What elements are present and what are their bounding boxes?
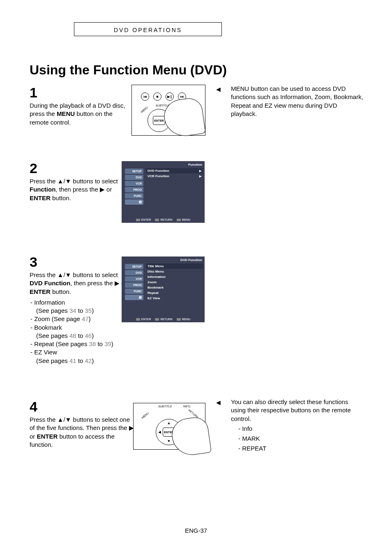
step-4-number: 4 [30,399,136,415]
osd2-title: Function [122,161,205,167]
subtitle-label: SUBTITLE [158,405,172,408]
list-item: - Zoom (See page 47) [30,315,132,323]
osd2-row-1: VCR Function▶ [146,173,203,179]
osd3-row-2: Information [146,274,203,280]
play-pause-icon: ▶|| [166,92,174,101]
osd3-row-6: EZ View [146,296,203,301]
up-arrow-icon: ▲ [167,421,171,425]
note-2: ◀ You can also directly select these fun… [222,398,364,453]
step-2-number: 2 [30,160,132,176]
note-2-item-1: - MARK [238,435,364,443]
list-subitem: (See pages 48 to 46) [36,332,132,340]
side-vcr: VCR [125,276,143,282]
list-item: - Bookmark [30,324,132,332]
step-4-text: Press the ▲/▼ buttons to select one of t… [30,416,136,449]
side-setup: SETUP [125,264,143,269]
osd3-row-1: Disc Menu [146,269,203,274]
step-3-list: - Information (See pages 34 to 35) - Zoo… [30,298,132,365]
osd3-row-0: Title Menu [146,263,203,269]
remote-illustration-2: SUBTITLE INFO. MENU RETURN ▲ ▼ ◀ ▶ ENTER [133,403,205,450]
header-text-a: DVD O [114,27,138,33]
osd-dvd-function-menu: DVD Function SETUP DVD VCR PROG FUNC Tit… [122,257,205,322]
osd-function-menu: Function SETUP DVD VCR PROG FUNC DVD Fun… [122,161,205,223]
step-1-number: 1 [30,85,132,101]
menu-label: MENU [140,106,148,113]
list-item: - EZ View [30,348,132,356]
osd3-row-5: Repeat [146,290,203,296]
list-subitem: (See pages 34 to 35) [36,307,132,315]
header-text-b: PERATIONS [138,27,182,33]
step-3-number: 3 [30,254,132,270]
side-func: FUNC [125,289,143,294]
osd-sidebar: SETUP DVD VCR PROG FUNC [122,167,144,217]
page-number: ENG-37 [0,527,392,534]
side-func: FUNC [125,193,143,199]
info-label: INFO. [183,405,191,408]
list-subitem: (See pages 41 to 42) [36,357,132,365]
step-3: 3 Press the ▲/▼ buttons to select DVD Fu… [30,254,132,365]
section-header: DVD OPERATIONS [74,22,222,36]
step-2: 2 Press the ▲/▼ buttons to select Functi… [30,160,132,202]
osd-sidebar: SETUP DVD VCR PROG FUNC [122,263,144,316]
note-2-item-2: - REPEAT [238,444,364,453]
side-dvd: DVD [125,270,143,275]
side-setup: SETUP [125,169,143,174]
note-1-text: MENU button can be used to access DVD fu… [231,85,364,118]
step-2-text: Press the ▲/▼ buttons to select Function… [30,177,132,202]
list-item: - Repeat (See pages 38 to 39) [30,340,132,348]
side-prog: PROG [125,282,143,288]
side-move [125,199,143,205]
step-1: 1 During the playback of a DVD disc, pre… [30,85,132,127]
note-arrow-icon: ◀ [216,399,221,407]
list-item: - Information [30,298,132,307]
remote-illustration-1: ⏮ ■ ▶|| ⏭ SUBTITLE MENU ENTER [131,85,205,136]
osd-footer: ENTER RETURN MENU [122,317,205,322]
step-4: 4 Press the ▲/▼ buttons to select one of… [30,399,136,449]
prev-track-icon: ⏮ [141,92,149,101]
note-arrow-icon: ◀ [216,86,221,93]
stop-icon: ■ [153,92,161,101]
left-arrow-icon: ◀ [158,430,161,434]
side-dvd: DVD [125,175,143,180]
side-move [125,295,143,300]
osd3-row-3: Zoom [146,280,203,285]
side-vcr: VCR [125,181,143,186]
note-1: ◀ MENU button can be used to access DVD … [222,85,364,118]
osd3-title: DVD Function [122,257,205,263]
side-prog: PROG [125,187,143,192]
note-2-text: You can also directly select these funct… [231,398,364,423]
step-3-text: Press the ▲/▼ buttons to select DVD Func… [30,271,132,296]
osd2-row-0: DVD Function▶ [146,168,203,173]
down-arrow-icon: ▼ [167,439,171,443]
osd3-row-4: Bookmark [146,285,203,290]
note-2-item-0: - Info [238,425,364,433]
step-1-text: During the playback of a DVD disc, press… [30,102,132,127]
enter-button-label: ENTER [153,116,165,125]
hand-icon [162,97,206,139]
osd-footer: ENTER RETURN MENU [122,217,205,223]
page-title: Using the Function Menu (DVD) [30,62,227,78]
menu-label: MENU [141,411,149,419]
